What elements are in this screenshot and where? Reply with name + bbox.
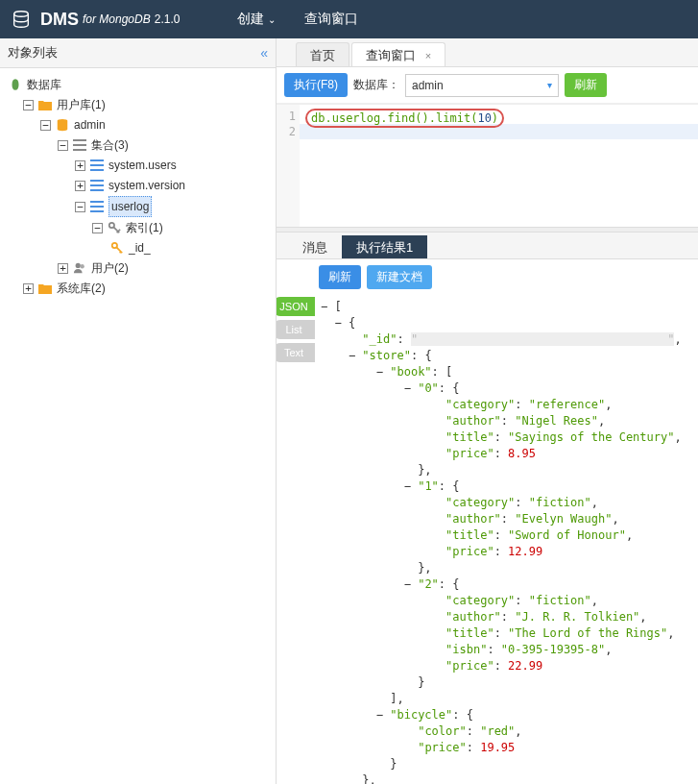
close-tab-icon[interactable]: × (425, 50, 431, 61)
svg-rect-3 (73, 144, 86, 146)
collapse-sidebar-button[interactable]: « (260, 45, 268, 61)
sidebar-title: 对象列表 (8, 44, 58, 61)
code-line-1: db.userlog.find().limit(10) (305, 109, 504, 128)
svg-rect-13 (90, 210, 104, 212)
db-select-value: admin (412, 79, 444, 92)
tree-users-label: 用户(2) (91, 258, 129, 278)
app-subtitle: for MongoDB (83, 12, 151, 26)
tree-admin-db[interactable]: − admin (4, 115, 272, 135)
code-gutter: 1 2 (277, 105, 300, 227)
tree-toggle-icon[interactable]: − (23, 100, 34, 110)
tab-query-window[interactable]: 查询窗口 × (351, 42, 445, 66)
tree-indexes[interactable]: − 索引(1) (4, 218, 272, 237)
tree-toggle-icon[interactable]: + (58, 263, 68, 274)
svg-rect-10 (90, 189, 104, 191)
svg-point-17 (80, 264, 84, 268)
svg-rect-9 (90, 184, 104, 186)
tree-users[interactable]: + 用户(2) (4, 258, 272, 278)
main-tabs: 首页 查询窗口 × (277, 38, 698, 67)
execute-button[interactable]: 执行(F8) (284, 73, 348, 97)
tree-toggle-icon[interactable]: − (92, 223, 103, 233)
svg-rect-5 (90, 159, 104, 161)
tree-toggle-icon[interactable]: + (23, 283, 34, 294)
tree-coll-system-users[interactable]: + system.users (4, 156, 272, 175)
database-leaf-icon (8, 77, 23, 92)
view-tab-text[interactable]: Text (277, 343, 315, 362)
key-icon (109, 240, 125, 256)
collection-icon (89, 178, 105, 193)
folder-icon (37, 281, 53, 296)
tree-user-db[interactable]: − 用户库(1) (4, 95, 272, 114)
tree-coll-version-label: system.version (108, 176, 185, 195)
tree-root-database[interactable]: 数据库 (4, 75, 272, 94)
sidebar-header: 对象列表 « (0, 38, 276, 68)
tree-index-id[interactable]: _id_ (4, 238, 272, 257)
tree-toggle-icon[interactable]: + (75, 181, 85, 191)
folder-icon (37, 97, 53, 112)
view-tab-json[interactable]: JSON (277, 297, 315, 316)
query-toolbar: 执行(F8) 数据库： admin ▾ 刷新 (277, 67, 698, 104)
database-select[interactable]: admin ▾ (405, 74, 559, 97)
database-icon (55, 117, 70, 133)
svg-rect-11 (90, 201, 104, 203)
tree-root-label: 数据库 (27, 75, 61, 94)
content-area: 首页 查询窗口 × 执行(F8) 数据库： admin ▾ 刷新 1 2 (277, 38, 698, 784)
tree-coll-userlog[interactable]: − userlog (4, 196, 272, 217)
tab-query-label: 查询窗口 (366, 48, 416, 62)
result-toolbar: 刷新 新建文档 (277, 259, 698, 295)
sidebar: 对象列表 « 数据库 − 用户库(1) − admin (0, 38, 277, 784)
caret-down-icon: ⌄ (268, 14, 276, 25)
svg-rect-8 (90, 180, 104, 182)
app-logo-icon (10, 8, 33, 31)
app-header: DMS for MongoDB 2.1.0 创建 ⌄ 查询窗口 (0, 0, 698, 38)
tree-index-id-label: _id_ (129, 238, 151, 257)
tree-toggle-icon[interactable]: − (40, 120, 51, 131)
app-version: 2.1.0 (155, 12, 181, 26)
tab-home[interactable]: 首页 (296, 42, 349, 66)
result-tab-message[interactable]: 消息 (288, 235, 342, 258)
collection-icon (89, 199, 105, 214)
gutter-line-1: 1 (280, 109, 296, 124)
svg-rect-12 (90, 206, 104, 208)
tree-user-db-label: 用户库(1) (57, 95, 106, 114)
users-icon (72, 260, 87, 276)
svg-point-0 (14, 12, 29, 17)
svg-point-16 (76, 263, 81, 268)
json-result-view[interactable]: − [ − { "_id": " ", − "store": { − "book… (315, 295, 698, 784)
tree-admin-label: admin (74, 115, 106, 135)
tree-coll-userlog-label: userlog (108, 196, 152, 217)
menu-create[interactable]: 创建 ⌄ (237, 11, 276, 28)
svg-rect-2 (73, 139, 86, 141)
view-tab-list[interactable]: List (277, 320, 315, 339)
svg-rect-4 (73, 149, 86, 151)
result-refresh-button[interactable]: 刷新 (319, 265, 361, 289)
new-document-button[interactable]: 新建文档 (367, 265, 432, 289)
result-body: JSON List Text − [ − { "_id": " ", − "st… (277, 295, 698, 784)
tree-coll-users-label: system.users (108, 156, 177, 175)
menu-query-window[interactable]: 查询窗口 (304, 11, 358, 28)
caret-down-icon: ▾ (547, 80, 552, 90)
key-icon (107, 220, 122, 235)
tree-toggle-icon[interactable]: − (58, 140, 68, 151)
object-tree: 数据库 − 用户库(1) − admin − 集合(3) (0, 68, 276, 305)
svg-rect-7 (90, 169, 104, 171)
app-title: DMS (40, 10, 79, 30)
view-tabs: JSON List Text (277, 295, 315, 784)
gutter-line-2: 2 (280, 124, 296, 139)
tree-collections-label: 集合(3) (91, 135, 129, 155)
tree-toggle-icon[interactable]: − (75, 202, 85, 212)
code-lines[interactable]: db.userlog.find().limit(10) (300, 105, 698, 227)
db-label: 数据库： (353, 77, 399, 93)
menu-create-label: 创建 (237, 11, 264, 28)
tree-indexes-label: 索引(1) (126, 218, 163, 237)
result-tab-result1[interactable]: 执行结果1 (342, 235, 427, 258)
collection-group-icon (72, 137, 87, 153)
result-tabs: 消息 执行结果1 (277, 233, 698, 259)
code-editor[interactable]: 1 2 db.userlog.find().limit(10) (277, 104, 698, 227)
tree-system-db[interactable]: + 系统库(2) (4, 279, 272, 298)
tree-coll-system-version[interactable]: + system.version (4, 176, 272, 195)
tree-toggle-icon[interactable]: + (75, 160, 85, 171)
refresh-button[interactable]: 刷新 (565, 73, 607, 97)
tree-system-db-label: 系统库(2) (57, 279, 106, 298)
tree-collections[interactable]: − 集合(3) (4, 135, 272, 155)
